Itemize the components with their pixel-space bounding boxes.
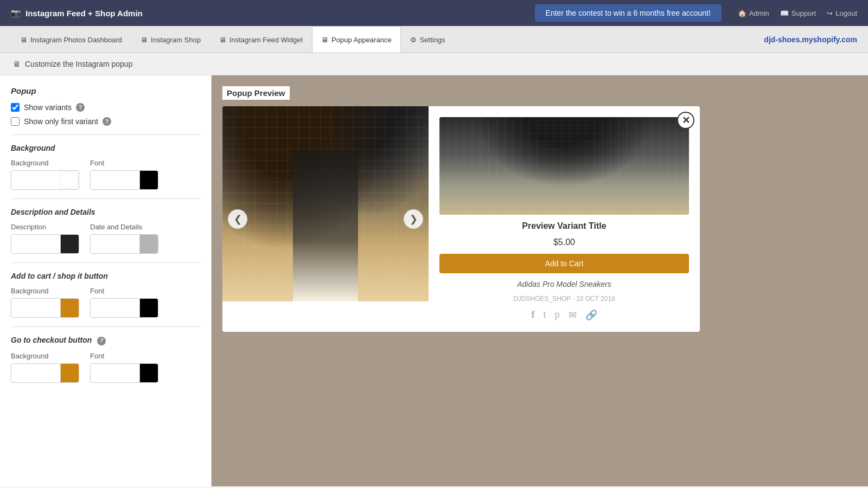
popup-section-title: Popup [11,86,200,95]
checkout-section-title: Go to checkout button ? [11,336,200,345]
top-bar-actions: 🏠 Admin 📖 Support ↪ Logout [722,9,857,17]
checkout-font-swatch[interactable] [139,364,158,382]
twitter-icon[interactable]: t [543,309,546,321]
show-variants-help-icon[interactable]: ? [76,103,85,112]
cart-bg-swatch[interactable] [60,299,79,317]
tab-list: 🖥 Instagram Photos Dashboard 🖥 Instagram… [11,26,455,53]
close-button[interactable]: ✕ [677,112,694,129]
tab-popup[interactable]: 🖥 Popup Appearance [312,26,401,53]
cart-font-field: Font #00000 [90,287,158,318]
product-thumbnail [439,117,689,215]
show-only-first-label[interactable]: Show only first variant [24,117,98,126]
date-label: Date and Details [90,223,158,231]
admin-link[interactable]: 🏠 Admin [738,9,769,17]
desc-section-title: Description and Details [11,208,200,216]
add-to-cart-button[interactable]: Add to Cart [439,254,689,273]
popup-modal: ✕ ❮ ❯ [222,106,700,332]
tab-shop[interactable]: 🖥 Instagram Shop [131,26,210,53]
background-label: Background [11,159,79,167]
book-icon: 📖 [780,9,789,17]
page-header-text: Customize the Instagram popup [25,60,132,68]
cart-font-label: Font [90,287,158,295]
prev-arrow[interactable]: ❮ [228,209,247,229]
font-swatch[interactable] [139,171,158,189]
facebook-icon[interactable]: f [531,309,534,321]
instagram-icon: 📷 [11,8,21,18]
tab-shop-icon: 🖥 [141,36,148,44]
product-price: $5.00 [439,237,689,247]
email-icon[interactable]: ✉ [569,309,577,321]
tab-feed-widget[interactable]: 🖥 Instagram Feed Widget [210,26,312,53]
font-input[interactable]: #00000 [91,173,139,188]
link-icon[interactable]: 🔗 [585,309,597,321]
top-bar: 📷 Instagram Feed + Shop Admin Enter the … [0,0,868,26]
popup-main-image [222,106,429,301]
cart-font-input-group: #00000 [90,298,158,318]
brand-label: Instagram Feed + Shop Admin [25,9,143,18]
description-swatch[interactable] [60,235,79,253]
brand: 📷 Instagram Feed + Shop Admin [11,8,535,18]
checkout-font-field: Font #00000 [90,352,158,383]
popup-preview-title: Popup Preview [222,86,290,100]
tab-settings[interactable]: ⚙ Settings [401,26,455,53]
show-only-first-row: Show only first variant ? [11,117,200,126]
checkout-bg-field: Background #cc8411 [11,352,79,383]
logout-link[interactable]: ↪ Logout [827,9,857,17]
show-only-first-help-icon[interactable]: ? [103,117,111,126]
divider-2 [11,198,200,199]
checkout-help-icon[interactable]: ? [97,337,106,345]
popup-image-section: ❮ ❯ [222,106,429,332]
show-variants-checkbox[interactable] [11,103,20,112]
checkout-bg-label: Background [11,352,79,360]
font-field: Font #00000 [90,159,158,190]
left-panel: Popup Show variants ? Show only first va… [0,75,212,486]
description-input-group: #22222 [11,234,79,254]
pinterest-icon[interactable]: p [555,309,560,321]
description-input[interactable]: #22222 [11,237,60,252]
cart-font-swatch[interactable] [139,299,158,317]
tab-bar: 🖥 Instagram Photos Dashboard 🖥 Instagram… [0,26,868,53]
date-input-group: #b4b4b4 [90,234,158,254]
thumb-plaid [439,117,689,215]
product-meta: DJDSHOES_SHOP · 10 OCT 2016 [439,295,689,303]
checkout-font-input-group: #00000 [90,363,158,383]
cart-bg-input-group: #cc8411 [11,298,79,318]
date-swatch[interactable] [139,235,158,253]
show-only-first-checkbox[interactable] [11,117,20,126]
checkout-font-label: Font [90,352,158,360]
description-field: Description #22222 [11,223,79,254]
product-variant-title: Preview Variant Title [439,221,689,231]
background-input[interactable]: #ffffff [11,173,60,188]
cart-bg-input[interactable]: #cc8411 [11,301,60,316]
tab-popup-icon: 🖥 [321,36,328,44]
cart-bg-field: Background #cc8411 [11,287,79,318]
popup-backdrop [222,332,857,419]
divider-4 [11,326,200,327]
cart-font-input[interactable]: #00000 [91,301,139,316]
checkout-bg-swatch[interactable] [60,364,79,382]
figure-hint [293,150,358,301]
product-name: Adidas Pro Model Sneakers [439,280,689,288]
logout-icon: ↪ [827,9,833,17]
cart-section-title: Add to cart / shop it button [11,272,200,280]
show-variants-row: Show variants ? [11,103,200,112]
home-icon: 🏠 [738,9,746,17]
domain-label: djd-shoes.myshopify.com [764,35,857,44]
checkout-bg-input[interactable]: #cc8411 [11,365,60,380]
tab-dashboard-icon: 🖥 [20,36,27,44]
right-panel: Popup Preview ✕ ❮ ❯ [212,75,868,486]
checkout-bg-input-group: #cc8411 [11,363,79,383]
font-input-group: #00000 [90,170,158,190]
promo-button[interactable]: Enter the contest to win a 6 months free… [535,4,722,22]
tab-feed-icon: 🖥 [219,36,226,44]
support-link[interactable]: 📖 Support [780,9,816,17]
next-arrow[interactable]: ❯ [404,209,423,229]
date-input[interactable]: #b4b4b4 [91,237,139,252]
checkout-font-input[interactable]: #00000 [91,365,139,380]
background-input-group: #ffffff [11,170,79,190]
font-label: Font [90,159,158,167]
date-field: Date and Details #b4b4b4 [90,223,158,254]
background-swatch[interactable] [60,171,79,189]
tab-dashboard[interactable]: 🖥 Instagram Photos Dashboard [11,26,131,53]
show-variants-label[interactable]: Show variants [24,103,72,112]
